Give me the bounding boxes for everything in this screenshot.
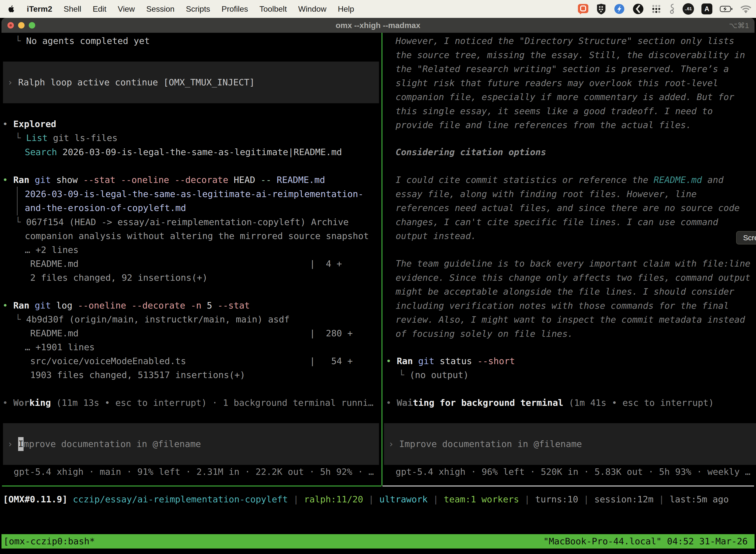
prompt-chevron: ›	[7, 437, 18, 451]
show-out-1: └ 067f154 (HEAD -> essay/ai-reimplementa…	[15, 215, 349, 229]
tree-corner: └	[15, 36, 26, 46]
tree-corner: └	[15, 217, 26, 227]
bullet: •	[2, 175, 8, 185]
explored-header: • Explored	[2, 117, 56, 131]
log-out-1: └ 4b9d30f (origin/main, instructkr/main,…	[15, 313, 290, 327]
left-model-status: gpt-5.4 xhigh · main · 91% left · 2.31M …	[14, 465, 374, 479]
bullet: •	[2, 119, 8, 129]
menu-item-help[interactable]: Help	[338, 4, 354, 14]
menu-item-iterm2[interactable]: iTerm2	[27, 4, 52, 14]
bullet: •	[386, 398, 391, 408]
menu-item-scripts[interactable]: Scripts	[186, 4, 210, 14]
menu-item-edit[interactable]: Edit	[93, 4, 107, 14]
hook-icon[interactable]	[669, 3, 675, 15]
screen-tooltip: Scre	[736, 231, 756, 244]
thinking-paragraph-1: However, I noticed the "Directory Struct…	[396, 34, 745, 132]
right-model-status: gpt-5.4 xhigh · 96% left · 520K in · 5.8…	[396, 465, 750, 479]
right-input-placeholder: Improve documentation in @filename	[399, 437, 582, 451]
inject-prompt-text: Ralph loop active continue [OMX_TMUX_INJ…	[18, 75, 255, 90]
explored-search-line: Search 2026-03-09-is-legal-the-same-as-l…	[25, 145, 342, 159]
show-out-4: README.md | 4 +	[25, 257, 342, 271]
thinking-paragraph-2: I could cite commit statistics or refere…	[396, 173, 740, 243]
prompt-chevron: ›	[7, 75, 18, 90]
timer-badge-icon[interactable]: ..61	[683, 3, 694, 15]
show-out-2: companion analysis without altering the …	[25, 229, 369, 243]
bullet: •	[2, 398, 8, 408]
tmux-hborder-active	[2, 486, 381, 487]
show-arg-line-2: and-the-erosion-of-copyleft.md	[25, 201, 186, 215]
log-out-2: README.md | 280 +	[25, 326, 353, 340]
tmux-host-clock: "MacBook-Pro-44.local" 04:52 31-Mar-26	[544, 535, 753, 549]
tmux-session-window[interactable]: [omx-cczip0:bash*	[3, 535, 95, 549]
menu-item-session[interactable]: Session	[146, 4, 175, 14]
dots-grid-icon[interactable]	[651, 4, 661, 14]
bullet: •	[386, 356, 391, 366]
omx-branch: cczip/essay/ai-reimplementation-copyleft	[73, 494, 288, 504]
status-no-output: └ (no output)	[399, 368, 469, 382]
tree-corner: └	[15, 314, 26, 324]
window-shortcut: ⌥⌘1	[729, 18, 749, 33]
thinking-heading: Considering citation options	[396, 145, 546, 159]
omx-mode: ultrawork	[379, 494, 428, 504]
omx-team: team:1 workers	[444, 494, 519, 504]
menu-status-icons: ..61 A	[577, 3, 756, 15]
input-source-label: A	[704, 5, 709, 13]
text-cursor: I	[18, 437, 23, 451]
inject-prompt-box[interactable]: › Ralph loop active continue [OMX_TMUX_I…	[3, 62, 379, 103]
right-input-box[interactable]: › Improve documentation in @filename	[384, 423, 756, 465]
prompt-chevron: ›	[388, 437, 399, 451]
agents-note: └ No agents completed yet	[15, 34, 150, 48]
omx-turns: turns:10	[535, 494, 578, 504]
dark-circle-chevron-icon[interactable]	[632, 3, 644, 15]
menu-item-shell[interactable]: Shell	[64, 4, 81, 14]
battery-icon[interactable]	[720, 5, 733, 12]
tmux-hborder-inactive	[382, 486, 754, 487]
working-status-line: • Working (11m 13s • esc to interrupt) ·…	[2, 396, 374, 410]
waiting-status-line: • Waiting for background terminal (1m 41…	[386, 396, 714, 410]
menu-item-profiles[interactable]: Profiles	[222, 4, 248, 14]
left-input-placeholder: mprove documentation in @filename	[23, 437, 201, 451]
menu-items: iTerm2 Shell Edit View Session Scripts P…	[0, 4, 354, 14]
chat-icon[interactable]	[577, 3, 589, 15]
left-input-box[interactable]: › Improve documentation in @filename	[3, 423, 379, 465]
apple-icon[interactable]	[7, 4, 15, 14]
tree-corner: └	[399, 370, 410, 380]
log-out-4: src/voice/voiceModeEnabled.ts | 54 +	[25, 354, 353, 368]
omx-version: [OMX#0.11.9]	[3, 494, 73, 504]
title-bar: omx --xhigh --madmax ⌥⌘1	[1, 18, 755, 33]
show-out-5: 2 files changed, 92 insertions(+)	[25, 271, 208, 285]
input-source-icon[interactable]: A	[701, 3, 712, 14]
ran-git-show-line: • Ran git show --stat --oneline --decora…	[2, 173, 325, 187]
menu-bar: iTerm2 Shell Edit View Session Scripts P…	[0, 0, 756, 18]
omx-status-line: [OMX#0.11.9] cczip/essay/ai-reimplementa…	[3, 492, 729, 507]
tmux-status-bar: [omx-cczip0:bash* "MacBook-Pro-44.local"…	[1, 534, 755, 549]
explored-list-line: └ List git ls-files	[15, 131, 118, 145]
wifi-icon[interactable]	[740, 5, 752, 13]
log-out-3: … +1901 lines	[25, 340, 95, 354]
ran-git-status-line: • Ran git status --short	[386, 354, 515, 368]
omx-last: last:5m ago	[670, 494, 729, 504]
thinking-paragraph-3: The team guideline is to back every impo…	[396, 257, 750, 341]
log-out-5: 1903 files changed, 513517 insertions(+)	[25, 368, 245, 382]
badge-bolt-icon[interactable]	[614, 3, 625, 15]
bullet: •	[2, 300, 8, 311]
menu-item-toolbelt[interactable]: Toolbelt	[259, 4, 287, 14]
omx-ralph: ralph:11/20	[304, 494, 363, 504]
window-title: omx --xhigh --madmax	[1, 18, 755, 33]
tree-vline	[17, 187, 18, 215]
menu-item-view[interactable]: View	[118, 4, 135, 14]
readme-link[interactable]: README.md	[653, 175, 702, 185]
ran-git-log-line: • Ran git log --oneline --decorate -n 5 …	[2, 298, 250, 313]
show-arg-line-1: 2026-03-09-is-legal-the-same-as-legitima…	[25, 187, 363, 201]
show-out-3: … +2 lines	[25, 243, 79, 257]
timer-badge-label: ..61	[685, 6, 692, 11]
tree-corner: └	[15, 133, 26, 143]
menu-item-window[interactable]: Window	[298, 4, 326, 14]
shield-grid-icon[interactable]	[596, 3, 606, 15]
omx-session: session:12m	[594, 494, 653, 504]
tmux-pane-divider[interactable]	[381, 33, 382, 486]
